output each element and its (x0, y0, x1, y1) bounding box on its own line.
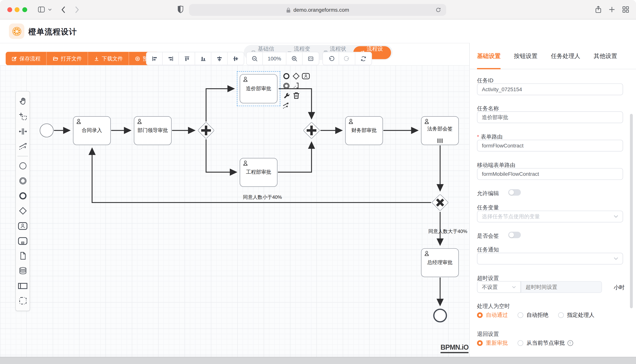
bpmn-canvas[interactable]: 同意人数小于40% 同意人数大于40% 合同录入 部门领导审批 工程部审批 财务… (0, 65, 469, 357)
append-gateway-icon[interactable] (292, 72, 301, 80)
task-node-dept-leader[interactable]: 部门领导审批 (134, 116, 172, 145)
allow-edit-toggle[interactable] (508, 189, 521, 196)
task-id-input[interactable] (477, 84, 623, 95)
append-user-task-icon[interactable] (301, 72, 310, 80)
new-tab-icon[interactable] (608, 6, 615, 13)
lasso-tool-icon[interactable] (17, 109, 29, 124)
user-task-shape-icon[interactable] (17, 218, 29, 233)
task-node-engineering-dept[interactable]: 工程部审批 (240, 158, 278, 187)
edge-engineering-to-gateway2[interactable] (278, 142, 312, 172)
radio-auto-approve[interactable] (477, 312, 483, 318)
redo-button[interactable] (339, 52, 355, 65)
tab-overview-icon[interactable] (622, 6, 629, 13)
subprocess-shape-icon[interactable] (17, 233, 29, 248)
align-top-button[interactable] (179, 52, 195, 65)
task-node-general-manager[interactable]: 总经理审批 (421, 248, 459, 277)
open-file-button[interactable]: 打开文件 (47, 52, 88, 65)
hand-tool-icon[interactable] (17, 94, 29, 109)
global-connect-tool-icon[interactable] (17, 139, 29, 154)
page-title: 橙单流程设计 (28, 27, 77, 38)
task-node-legal-dept[interactable]: 法务部会签 (421, 116, 459, 145)
form-route-input[interactable] (477, 140, 623, 152)
history-toolbar (323, 52, 372, 65)
task-node-contract-entry[interactable]: 合同录入 (73, 116, 111, 145)
end-event-shape-icon[interactable] (17, 188, 29, 203)
participant-shape-icon[interactable] (17, 278, 29, 293)
save-flow-button[interactable]: 保存流程 (6, 52, 47, 65)
gateway-shape-icon[interactable] (17, 203, 29, 218)
tab-basic-settings[interactable]: 基础设置 (477, 43, 500, 69)
edge-label-lt40[interactable]: 同意人数小于40% (243, 194, 280, 201)
append-intermediate-event-icon[interactable] (282, 81, 291, 90)
data-object-shape-icon[interactable] (17, 248, 29, 263)
connect-tool-icon[interactable] (282, 101, 291, 110)
timeout-mode-select[interactable]: 不设置 (477, 281, 521, 293)
radio-from-current-node[interactable] (518, 340, 523, 346)
edge-gateway1-to-engineering[interactable] (206, 139, 237, 172)
bpmn-io-watermark[interactable]: BPMN.iO (441, 344, 469, 353)
data-store-shape-icon[interactable] (17, 263, 29, 278)
task-variable-select[interactable]: 选择任务节点使用的变量 (477, 211, 623, 222)
sidebar-icon[interactable] (38, 6, 45, 13)
panel-tabs: 基础设置 按钮设置 任务处理人 其他设置 (470, 43, 636, 69)
group-shape-icon[interactable] (17, 293, 29, 308)
tab-button-settings[interactable]: 按钮设置 (514, 43, 537, 69)
privacy-shield-icon[interactable] (177, 5, 184, 14)
task-notify-select[interactable] (477, 253, 623, 264)
radio-assign-handler[interactable] (558, 312, 564, 318)
task-name-input[interactable] (477, 112, 623, 123)
address-bar[interactable]: demo.orangeforms.com (189, 4, 446, 16)
align-bottom-button[interactable] (195, 52, 211, 65)
allow-edit-label: 允许编辑 (477, 190, 499, 197)
fit-viewport-button[interactable] (303, 52, 319, 65)
back-button[interactable] (61, 6, 66, 14)
exclusive-gateway[interactable] (432, 194, 449, 211)
download-file-button[interactable]: 下载文件 (88, 52, 129, 65)
radio-auto-reject[interactable] (518, 312, 523, 318)
panel-scrollbar[interactable] (630, 114, 633, 308)
align-left-button[interactable] (146, 52, 163, 65)
tab-task-assignee[interactable]: 任务处理人 (551, 43, 580, 69)
parallel-gateway-join[interactable] (303, 122, 320, 139)
chevron-down-icon (512, 286, 516, 288)
info-icon[interactable]: ! (567, 340, 573, 346)
countersign-toggle[interactable] (508, 232, 521, 238)
parallel-gateway-split[interactable] (197, 122, 215, 139)
close-window-button[interactable] (7, 7, 12, 12)
timeout-value-input[interactable] (521, 281, 602, 293)
intermediate-event-shape-icon[interactable] (17, 173, 29, 188)
edge-label-gt40[interactable]: 同意人数大于40% (429, 228, 467, 235)
tab-other-settings[interactable]: 其他设置 (594, 43, 617, 69)
undo-button[interactable] (323, 52, 339, 65)
append-end-event-icon[interactable] (282, 72, 291, 80)
url-text: demo.orangeforms.com (293, 7, 349, 13)
append-text-annotation-icon[interactable] (292, 81, 301, 90)
start-event[interactable] (40, 124, 54, 137)
edge-gateway1-to-cost[interactable] (206, 89, 234, 122)
task-node-finance-dept[interactable]: 财务部审批 (345, 116, 383, 145)
maximize-window-button[interactable] (22, 7, 27, 12)
radio-restart-approval[interactable] (477, 340, 483, 346)
reload-icon[interactable] (435, 7, 441, 13)
share-icon[interactable] (595, 5, 602, 14)
end-event[interactable] (433, 309, 447, 322)
align-center-horizontal-button[interactable] (211, 52, 228, 65)
start-event-shape-icon[interactable] (17, 158, 29, 173)
orange-logo-icon (11, 26, 22, 37)
zoom-in-button[interactable] (286, 52, 303, 65)
chevron-down-icon (614, 215, 618, 218)
change-type-wrench-icon[interactable] (282, 91, 291, 100)
minimize-window-button[interactable] (15, 7, 20, 12)
zoom-out-button[interactable] (247, 52, 263, 65)
chevron-down-icon[interactable] (48, 8, 52, 11)
align-center-vertical-button[interactable] (228, 52, 244, 65)
space-tool-icon[interactable] (17, 124, 29, 139)
refresh-button[interactable] (355, 52, 371, 65)
align-right-button[interactable] (163, 52, 179, 65)
form-route-label: 表单路由 (477, 133, 503, 141)
delete-trash-icon[interactable] (292, 91, 301, 100)
countersign-label: 是否会签 (477, 232, 499, 240)
mobile-form-route-input[interactable] (477, 168, 623, 180)
forward-button[interactable] (75, 6, 80, 14)
task-node-cost-dept[interactable]: 造价部审批 (240, 74, 278, 103)
